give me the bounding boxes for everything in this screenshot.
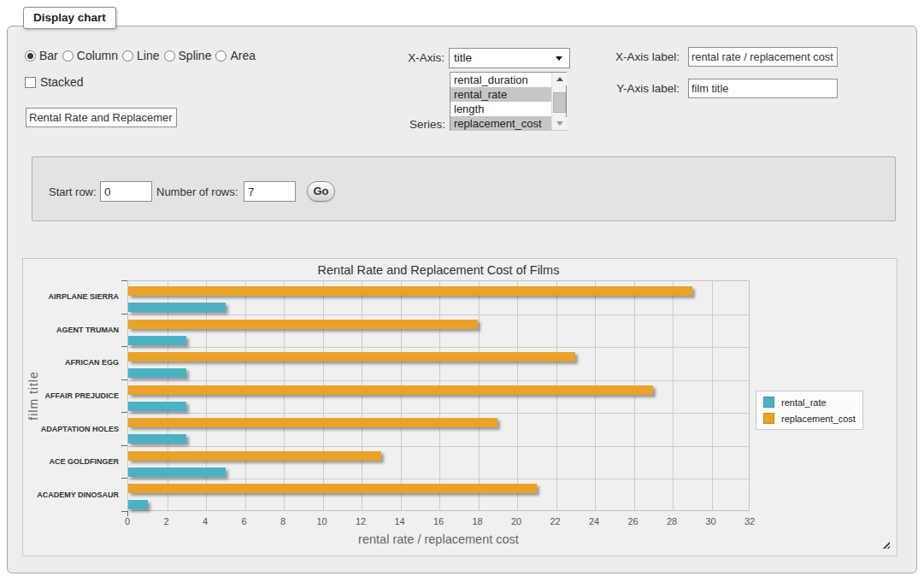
y-axis-tick	[121, 511, 127, 512]
bar-replacement_cost	[128, 320, 478, 329]
plot-gridline	[284, 281, 285, 510]
chart-legend: rental_ratereplacement_cost	[756, 391, 863, 430]
category-label: ACE GOLDFINGER	[23, 457, 119, 466]
radio-icon[interactable]	[164, 50, 175, 62]
chart-title: Rental Rate and Replacement Cost of Film…	[127, 263, 750, 277]
category-label: AFFAIR PREJUDICE	[23, 391, 119, 400]
chart-type-radio-area[interactable]: Area	[215, 49, 256, 62]
plot-area	[127, 280, 750, 511]
series-option-replacement_cost[interactable]: replacement_cost	[450, 116, 566, 131]
series-caption: Series:	[377, 118, 445, 131]
start-row-input[interactable]	[100, 181, 152, 202]
stacked-checkbox-row[interactable]: Stacked	[25, 75, 84, 89]
plot-gridline	[128, 315, 749, 315]
plot-gridline	[556, 281, 557, 510]
radio-label: Line	[137, 49, 159, 62]
radio-icon[interactable]	[25, 50, 36, 62]
chevron-down-icon	[556, 56, 562, 61]
plot-gridline	[401, 281, 402, 510]
chart-type-radiogroup: BarColumnLineSplineArea	[25, 49, 260, 62]
plot-gridline	[712, 281, 713, 510]
start-row-caption: Start row:	[49, 185, 97, 198]
plot-gridline	[128, 380, 749, 381]
bar-rental_rate	[128, 467, 226, 477]
plot-gridline	[128, 413, 749, 414]
plot-gridline	[634, 281, 635, 510]
x-tick-label: 16	[421, 516, 456, 526]
x-tick-label: 32	[733, 516, 767, 526]
series-option-length[interactable]: length	[450, 102, 566, 116]
y-axis-label-caption: Y-Axis label:	[577, 82, 680, 95]
plot-gridline	[439, 281, 440, 510]
radio-icon[interactable]	[62, 50, 74, 62]
x-tick-label: 24	[577, 516, 611, 526]
y-axis-label-input[interactable]	[688, 79, 838, 98]
x-tick-label: 28	[655, 516, 689, 526]
x-tick-label: 2	[150, 516, 184, 526]
bar-replacement_cost	[128, 418, 497, 427]
stacked-label: Stacked	[40, 75, 84, 89]
y-axis-tick	[121, 478, 127, 479]
x-tick-label: 4	[188, 516, 222, 526]
y-axis-tick	[121, 412, 127, 413]
scrollbar[interactable]	[551, 73, 566, 130]
x-axis-title: rental rate / replacement cost	[127, 532, 750, 546]
scrollbar-up-icon[interactable]	[552, 73, 567, 85]
num-rows-input[interactable]	[244, 181, 296, 202]
series-option-rental_duration[interactable]: rental_duration	[450, 73, 566, 87]
category-label: AFRICAN EGG	[23, 358, 119, 367]
plot-gridline	[245, 281, 246, 510]
legend-label: replacement_cost	[781, 414, 856, 424]
y-axis-tick	[121, 379, 127, 380]
scrollbar-thumb[interactable]	[553, 92, 566, 113]
y-axis-tick	[121, 445, 127, 446]
chart-type-radio-bar[interactable]: Bar	[25, 49, 58, 62]
plot-gridline	[128, 446, 749, 447]
plot-gridline	[128, 479, 749, 479]
scrollbar-down-icon[interactable]	[552, 117, 567, 130]
x-tick-label: 0	[110, 516, 144, 526]
series-option-rental_rate[interactable]: rental_rate	[450, 87, 566, 102]
category-label: ADAPTATION HOLES	[23, 425, 119, 433]
plot-gridline	[595, 281, 596, 510]
plot-gridline	[517, 281, 518, 510]
legend-item: replacement_cost	[763, 413, 856, 424]
go-button[interactable]: Go	[307, 181, 335, 202]
radio-icon[interactable]	[215, 50, 227, 62]
x-tick-label: 20	[499, 516, 533, 526]
plot-gridline	[479, 281, 480, 510]
chart: Rental Rate and Replacement Cost of Film…	[22, 258, 898, 556]
bar-rental_rate	[128, 336, 186, 345]
plot-gridline	[128, 347, 749, 348]
y-axis-tick	[121, 280, 127, 281]
bar-replacement_cost	[128, 286, 692, 296]
stacked-checkbox[interactable]	[25, 77, 36, 88]
x-axis-select[interactable]: title	[449, 48, 570, 68]
series-listbox[interactable]: rental_durationrental_ratelengthreplacem…	[450, 72, 567, 131]
chart-type-radio-column[interactable]: Column	[62, 49, 118, 62]
chart-type-radio-line[interactable]: Line	[122, 49, 159, 62]
bar-rental_rate	[128, 402, 186, 411]
bar-rental_rate	[128, 434, 186, 444]
y-axis-tick	[121, 346, 127, 347]
resize-handle-icon[interactable]	[882, 541, 890, 549]
y-axis-tick	[121, 314, 127, 315]
legend-item: rental_rate	[763, 397, 856, 408]
bar-rental_rate	[128, 368, 186, 378]
radio-icon[interactable]	[122, 50, 133, 62]
x-axis-label-input[interactable]	[688, 47, 838, 67]
x-tick-label: 26	[616, 516, 650, 526]
legend-swatch-rental_rate	[763, 397, 774, 408]
num-rows-caption: Number of rows:	[156, 185, 238, 198]
bar-replacement_cost	[128, 385, 653, 395]
panel-legend: Display chart	[23, 7, 116, 29]
plot-gridline	[323, 281, 324, 510]
chart-type-radio-spline[interactable]: Spline	[164, 49, 212, 62]
chart-title-input[interactable]	[26, 108, 177, 127]
x-tick-label: 18	[461, 516, 495, 526]
plot-gridline	[362, 281, 362, 510]
bar-replacement_cost	[128, 484, 537, 493]
category-label: ACADEMY DINOSAUR	[23, 491, 119, 499]
radio-label: Area	[230, 49, 256, 62]
radio-label: Column	[77, 49, 118, 62]
